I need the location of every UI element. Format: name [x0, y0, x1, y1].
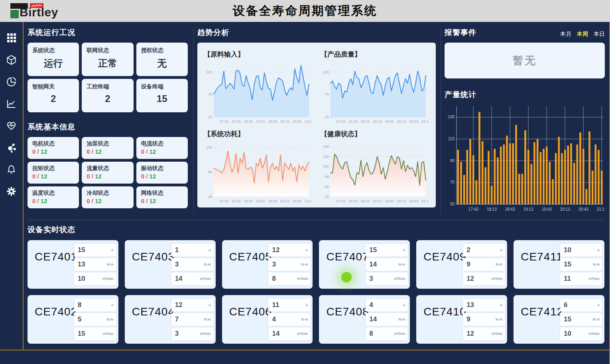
- device-metric-unit: A: [305, 303, 308, 307]
- device-rows: 13A9N·m12m³/min: [463, 299, 505, 342]
- device-metric-row: 14N·m: [366, 313, 408, 326]
- device-metric-value: 8: [272, 275, 275, 283]
- power-chart-cell: 【系统功耗】 409014017:4318:1318:4319:1319:432…: [203, 125, 313, 205]
- device-metric-unit: m³/min: [200, 332, 211, 336]
- device-metric-row: 13A: [463, 299, 505, 311]
- info-card: 流量状态0 / 12: [82, 162, 133, 184]
- tab-this-week[interactable]: 本周: [577, 31, 588, 38]
- device-metric-value: 12: [175, 301, 183, 309]
- device-card[interactable]: CE74092A9N·m12m³/min: [416, 240, 507, 289]
- status-card-label: 授权状态: [141, 47, 183, 54]
- device-metric-value: 5: [78, 315, 81, 323]
- device-metric-unit: A: [111, 303, 114, 307]
- logo-green-square-icon: [10, 10, 19, 18]
- device-metric-unit: m³/min: [200, 277, 211, 281]
- info-card-count-total: 12: [95, 198, 102, 204]
- info-card-label: 电流状态: [141, 140, 183, 147]
- device-metric-value: 11: [564, 275, 571, 283]
- product-quality-chart-cell: 【产品质量】 207012017:4318:1318:4319:1319:432…: [320, 46, 430, 125]
- device-metric-unit: m³/min: [102, 277, 114, 281]
- device-metric-unit: m³/min: [492, 332, 503, 336]
- device-metric-unit: N·m: [496, 262, 502, 266]
- device-metric-row: 4A: [366, 299, 408, 311]
- svg-text:20:43: 20:43: [579, 207, 588, 211]
- device-metric-unit: N·m: [398, 317, 405, 321]
- svg-text:19:13: 19:13: [373, 199, 382, 203]
- network-nodes-icon[interactable]: [6, 142, 17, 153]
- info-card: 油泵状态0 / 12: [82, 137, 133, 159]
- info-card-count-total: 12: [41, 173, 47, 180]
- info-card-count: 0 / 12: [32, 148, 74, 155]
- device-metric-row: 3N·m: [268, 258, 311, 271]
- device-metric-row: 11m³/min: [560, 272, 602, 285]
- raw-input-chart-cell: 【原料输入】 207012017:4318:1318:4319:1319:432…: [203, 46, 313, 125]
- device-metric-value: 10: [564, 330, 571, 338]
- tab-today[interactable]: 本日: [594, 31, 605, 38]
- device-rows: 4A14N·m8m³/min: [366, 299, 408, 342]
- device-metric-value: 3: [272, 260, 275, 268]
- device-card[interactable]: CE740611A4N·m14m³/min: [222, 295, 313, 344]
- info-card-count-alarm: 0 /: [141, 148, 150, 155]
- device-card[interactable]: CE741013A9N·m12m³/min: [416, 295, 507, 344]
- apps-grid-icon[interactable]: [6, 32, 17, 43]
- sidebar: [0, 22, 24, 350]
- settings-gear-icon[interactable]: [6, 186, 17, 197]
- device-name: CE7402: [35, 305, 77, 318]
- device-rows: 11A4N·m14m³/min: [268, 299, 311, 342]
- device-metric-unit: N·m: [107, 262, 114, 266]
- device-card[interactable]: CE741110A15N·m11m³/min: [514, 240, 604, 289]
- svg-text:21:13: 21:13: [305, 119, 311, 123]
- device-metric-row: 12m³/min: [463, 272, 505, 285]
- tab-this-month[interactable]: 本月: [560, 31, 571, 38]
- pie-chart-icon[interactable]: [6, 76, 17, 87]
- device-metric-unit: A: [111, 248, 114, 252]
- health-heart-icon[interactable]: [6, 120, 17, 131]
- device-metric-value: 15: [78, 330, 85, 338]
- device-card[interactable]: CE740115A13N·m10m³/min: [28, 240, 118, 289]
- svg-text:120: 120: [323, 70, 329, 74]
- device-metric-value: 1: [175, 246, 179, 254]
- device-card[interactable]: CE740715A14N·m3m³/min: [319, 240, 410, 289]
- svg-text:120: 120: [323, 155, 329, 159]
- svg-text:19:43: 19:43: [385, 199, 394, 203]
- device-metric-value: 13: [78, 260, 85, 268]
- info-card: 冷却状态0 / 12: [82, 186, 133, 208]
- status-card: 授权状态无: [136, 43, 188, 76]
- device-metric-value: 9: [466, 315, 470, 323]
- status-indicator-dot: [341, 272, 352, 282]
- device-card[interactable]: CE740512A3N·m8m³/min: [222, 240, 313, 289]
- device-name: CE7401: [35, 250, 77, 263]
- device-card[interactable]: CE74031A3N·m14m³/min: [125, 240, 216, 289]
- device-card[interactable]: CE740412A7N·m3m³/min: [125, 295, 216, 344]
- device-name: CE7408: [326, 305, 369, 318]
- svg-text:19:43: 19:43: [542, 207, 552, 211]
- overview-title: 系统运行工况: [28, 27, 188, 38]
- device-metric-value: 4: [369, 301, 373, 309]
- device-card[interactable]: CE74084A14N·m8m³/min: [319, 295, 410, 344]
- alarm-empty-text: 暂无: [513, 53, 537, 68]
- device-rows: 12A7N·m3m³/min: [171, 299, 214, 342]
- device-metric-row: 8m³/min: [268, 272, 311, 285]
- svg-text:70: 70: [325, 92, 329, 96]
- device-metric-value: 14: [175, 275, 183, 283]
- line-chart-icon[interactable]: [6, 98, 17, 109]
- svg-text:20:13: 20:13: [397, 199, 406, 203]
- main-content: 系统运行工况 系统状态运行联网状态正常授权状态无智能网关2工控终端2设备终端15…: [24, 22, 610, 350]
- device-metric-row: 8m³/min: [366, 327, 408, 340]
- svg-text:19:13: 19:13: [523, 207, 533, 211]
- device-metric-unit: m³/min: [102, 332, 114, 336]
- svg-text:60: 60: [325, 185, 329, 189]
- device-metric-value: 12: [272, 246, 279, 254]
- health-chart-cell: 【健康状态】 40608010012014017:4318:1318:4319:…: [320, 125, 430, 205]
- overview-card-grid: 系统状态运行联网状态正常授权状态无智能网关2工控终端2设备终端15: [28, 43, 188, 112]
- device-card[interactable]: CE74126A15N·m10m³/min: [514, 295, 604, 344]
- alarm-bell-icon[interactable]: [6, 164, 17, 175]
- cube-icon[interactable]: [6, 54, 17, 65]
- health-chart-title: 【健康状态】: [321, 129, 430, 139]
- device-metric-value: 14: [272, 330, 279, 338]
- svg-text:80: 80: [325, 175, 329, 179]
- svg-text:18:13: 18:13: [487, 207, 497, 211]
- device-metric-value: 8: [78, 301, 81, 309]
- device-card[interactable]: CE74028A5N·m15m³/min: [28, 295, 118, 344]
- device-metric-unit: m³/min: [588, 277, 600, 281]
